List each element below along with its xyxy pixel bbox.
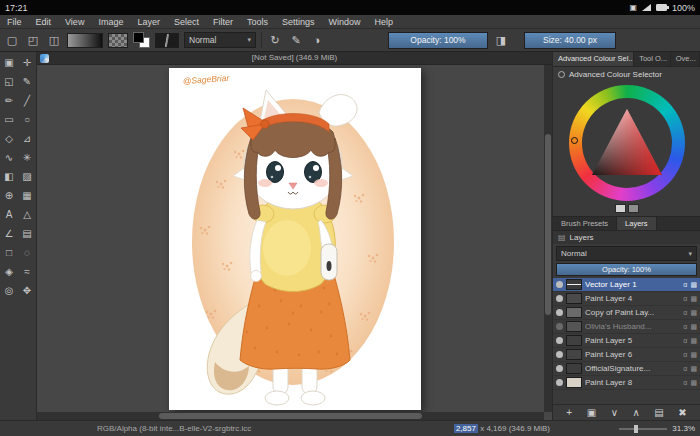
- menu-layer[interactable]: Layer: [130, 17, 167, 27]
- inherit-alpha-icon[interactable]: α: [683, 295, 687, 302]
- lock-icon[interactable]: ▩: [690, 281, 697, 289]
- shade-swatch[interactable]: [615, 204, 626, 213]
- layer-row-paint-layer-8[interactable]: Paint Layer 8 α ▩: [553, 376, 700, 390]
- inherit-alpha-icon[interactable]: α: [683, 281, 687, 288]
- panel-tab-brush-presets[interactable]: Brush Presets: [553, 217, 617, 230]
- visibility-eye-icon[interactable]: [556, 379, 563, 386]
- toolbar-icon-mirror-view[interactable]: ◑: [309, 35, 325, 46]
- visibility-eye-icon[interactable]: [556, 323, 563, 330]
- layer-opacity-slider[interactable]: Opacity: 100%: [556, 263, 697, 276]
- tool-polyline[interactable]: ⊿: [18, 129, 36, 148]
- tool-color-sampler[interactable]: ⊕: [0, 186, 18, 205]
- canvas-vertical-scrollbar[interactable]: [544, 65, 552, 412]
- toolbar-icon-edit-brush[interactable]: ✎: [288, 35, 304, 46]
- lock-icon[interactable]: ▩: [690, 309, 697, 317]
- canvas-area[interactable]: [Not Saved] (346.9 MiB): [37, 52, 552, 420]
- tool-gradient[interactable]: ▨: [18, 167, 36, 186]
- tool-text[interactable]: A: [0, 205, 18, 224]
- tool-multibrush[interactable]: ✳: [18, 148, 36, 167]
- tool-freehand-select[interactable]: ≈: [18, 262, 36, 281]
- tool-fill[interactable]: ◧: [0, 167, 18, 186]
- tool-rectangle[interactable]: ▭: [0, 110, 18, 129]
- menu-edit[interactable]: Edit: [29, 17, 59, 27]
- canvas-horizontal-scrollbar[interactable]: [37, 412, 544, 420]
- tool-freehand-brush[interactable]: ✎: [18, 72, 36, 91]
- layer-row-paint-layer-5[interactable]: Paint Layer 5 α ▩: [553, 334, 700, 348]
- inherit-alpha-icon[interactable]: α: [683, 337, 687, 344]
- scrollbar-thumb[interactable]: [159, 413, 423, 419]
- lock-icon[interactable]: ▩: [690, 379, 697, 387]
- layer-row-paint-layer-4[interactable]: Paint Layer 4 α ▩: [553, 292, 700, 306]
- layer-button-move-layer-up[interactable]: ∧: [632, 408, 639, 418]
- docker-tab-tool-options[interactable]: Tool O...: [634, 52, 671, 66]
- eraser-toggle-icon[interactable]: ◨: [493, 35, 509, 46]
- layer-button-layer-properties[interactable]: ▤: [654, 408, 663, 418]
- docker-tab-overview[interactable]: Ove...: [671, 52, 700, 66]
- layer-button-move-layer-down[interactable]: ∨: [611, 408, 618, 418]
- toolbar-icon-open-image[interactable]: ◰: [25, 35, 41, 46]
- layer-button-add-layer[interactable]: +: [566, 408, 572, 418]
- menu-settings[interactable]: Settings: [275, 17, 322, 27]
- visibility-eye-icon[interactable]: [556, 365, 563, 372]
- layer-blend-dropdown[interactable]: Normal ▾: [556, 246, 697, 261]
- lock-icon[interactable]: ▩: [690, 337, 697, 345]
- tool-zoom[interactable]: ◎: [0, 281, 18, 300]
- layer-row-copy-of-paint-layer[interactable]: Copy of Paint Lay... α ▩: [553, 306, 700, 320]
- brush-preset-chooser[interactable]: [155, 33, 179, 48]
- zoom-slider-thumb[interactable]: [634, 425, 638, 433]
- tool-line[interactable]: ╱: [18, 91, 36, 110]
- tool-pan[interactable]: ✥: [18, 281, 36, 300]
- tool-bezier-curve[interactable]: ∿: [0, 148, 18, 167]
- menu-image[interactable]: Image: [91, 17, 130, 27]
- tool-polygonal-select[interactable]: ◈: [0, 262, 18, 281]
- foreground-color-swatch[interactable]: [133, 32, 144, 43]
- tool-rectangular-select[interactable]: □: [0, 243, 18, 262]
- tool-assistants[interactable]: △: [18, 205, 36, 224]
- canvas[interactable]: @SageBriar: [169, 68, 421, 410]
- layer-row-paint-layer-6[interactable]: Paint Layer 6 α ▩: [553, 348, 700, 362]
- tool-pattern-edit[interactable]: ▦: [18, 186, 36, 205]
- tool-measure[interactable]: ∠: [0, 224, 18, 243]
- tool-reference-images[interactable]: ▤: [18, 224, 36, 243]
- lock-icon[interactable]: ▩: [690, 323, 697, 331]
- inherit-alpha-icon[interactable]: α: [683, 351, 687, 358]
- gradient-chooser[interactable]: [67, 33, 103, 48]
- menu-window[interactable]: Window: [321, 17, 367, 27]
- tool-ellipse[interactable]: ○: [18, 110, 36, 129]
- inherit-alpha-icon[interactable]: α: [683, 309, 687, 316]
- tool-transform[interactable]: ▣: [0, 53, 18, 72]
- zoom-slider[interactable]: [619, 428, 667, 430]
- lock-icon[interactable]: ▩: [690, 365, 697, 373]
- hue-marker[interactable]: [571, 137, 578, 144]
- fg-bg-colors[interactable]: [133, 32, 150, 48]
- visibility-eye-icon[interactable]: [556, 309, 563, 316]
- menu-select[interactable]: Select: [167, 17, 206, 27]
- sv-triangle[interactable]: [583, 99, 671, 187]
- tool-dynamic-brush[interactable]: ✏: [0, 91, 18, 110]
- pattern-chooser[interactable]: [108, 33, 128, 48]
- lock-icon[interactable]: ▩: [690, 351, 697, 359]
- tool-polygon[interactable]: ◇: [0, 129, 18, 148]
- blend-mode-dropdown[interactable]: Normal ▾: [184, 32, 256, 48]
- layer-button-duplicate-layer[interactable]: ▣: [587, 408, 596, 418]
- panel-tab-layers[interactable]: Layers: [617, 217, 657, 230]
- layer-row-officialsignature[interactable]: OfficialSignature... α ▩: [553, 362, 700, 376]
- lock-icon[interactable]: ▩: [690, 295, 697, 303]
- toolbar-icon-new-image[interactable]: ▢: [4, 35, 20, 46]
- inherit-alpha-icon[interactable]: α: [683, 323, 687, 330]
- menu-filter[interactable]: Filter: [206, 17, 240, 27]
- tool-elliptical-select[interactable]: ◌: [18, 243, 36, 262]
- layer-button-delete-layer[interactable]: ✖: [678, 408, 686, 418]
- scrollbar-thumb[interactable]: [545, 134, 551, 314]
- inherit-alpha-icon[interactable]: α: [683, 379, 687, 386]
- visibility-eye-icon[interactable]: [556, 281, 563, 288]
- brush-size-slider[interactable]: Size: 40.00 px: [524, 32, 616, 49]
- layer-row-vector-layer-1[interactable]: Vector Layer 1 α ▩: [553, 278, 700, 292]
- menu-tools[interactable]: Tools: [240, 17, 275, 27]
- visibility-eye-icon[interactable]: [556, 351, 563, 358]
- menu-help[interactable]: Help: [368, 17, 401, 27]
- color-wheel[interactable]: [569, 85, 685, 201]
- toolbar-icon-save[interactable]: ◫: [46, 35, 62, 46]
- shade-swatch[interactable]: [628, 204, 639, 213]
- brush-opacity-slider[interactable]: Opacity: 100%: [388, 32, 488, 49]
